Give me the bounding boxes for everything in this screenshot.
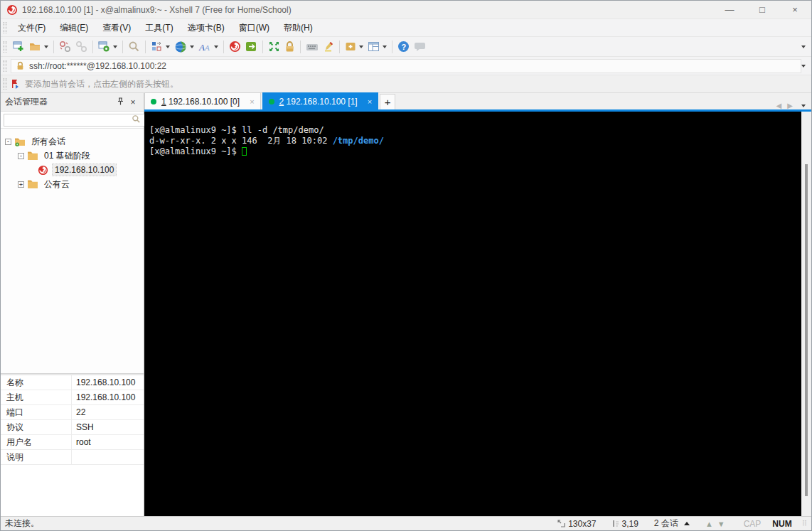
- title-bar: 192.168.10.100 [1] - x@almalinux9:~ - Xs…: [1, 1, 811, 18]
- new-file-transfer-button[interactable]: [343, 40, 365, 53]
- window-layout-button[interactable]: [149, 39, 172, 54]
- prop-row-name: 名称192.168.10.100: [1, 375, 144, 390]
- tab-close-icon[interactable]: ×: [250, 97, 254, 106]
- feedback-icon: [414, 41, 426, 52]
- minimize-button[interactable]: —: [713, 1, 746, 18]
- disconnect-button[interactable]: [57, 39, 73, 54]
- directory-path: /tmp/demo/: [333, 136, 384, 146]
- info-grip[interactable]: [4, 78, 6, 90]
- menu-tab[interactable]: 选项卡(B): [181, 19, 232, 37]
- expand-icon[interactable]: +: [18, 181, 24, 188]
- tab-scroll-left-icon[interactable]: ◀: [776, 102, 782, 109]
- menu-edit[interactable]: 编辑(E): [53, 19, 95, 37]
- compose-pen-button[interactable]: [321, 39, 336, 54]
- menu-grip[interactable]: [4, 22, 6, 33]
- fullscreen-button[interactable]: [266, 39, 282, 54]
- menu-view[interactable]: 查看(V): [95, 19, 138, 37]
- xshell-icon: [229, 41, 241, 53]
- virtual-keyboard-button[interactable]: [304, 41, 321, 53]
- connection-status: 未连接。: [5, 517, 542, 530]
- folder-gear-icon: [14, 136, 26, 146]
- collapse-icon[interactable]: -: [5, 139, 11, 145]
- xshell-window: 192.168.10.100 [1] - x@almalinux9:~ - Xs…: [0, 0, 812, 531]
- search-icon: [132, 114, 141, 126]
- collapse-icon[interactable]: -: [18, 153, 24, 159]
- connected-dot-icon: [269, 99, 274, 104]
- terminal-size-indicator: 130x37: [557, 519, 596, 529]
- font-icon: AA: [198, 41, 211, 53]
- terminal-scrollbar[interactable]: [801, 112, 811, 516]
- session-properties-icon: [98, 41, 110, 53]
- svg-text:A: A: [204, 43, 210, 52]
- lock-screen-button[interactable]: [282, 39, 297, 54]
- new-session-icon: [13, 41, 25, 53]
- window-title: 192.168.10.100 [1] - x@almalinux9:~ - Xs…: [22, 5, 713, 15]
- tree-item-all-sessions[interactable]: - 所有会话: [1, 134, 144, 149]
- menu-help[interactable]: 帮助(H): [277, 19, 320, 37]
- folder-icon: [27, 151, 38, 161]
- address-url: ssh://root:******@192.168.10.100:22: [29, 61, 166, 71]
- reconnect-button[interactable]: [73, 39, 90, 54]
- menu-file[interactable]: 文件(F): [11, 19, 53, 37]
- terminal-cursor: [242, 147, 247, 156]
- cursor-pos-icon: [612, 520, 619, 527]
- toolbar-overflow-caret[interactable]: [801, 45, 806, 48]
- tab-session-2[interactable]: 2 192.168.10.100 [1] ×: [262, 92, 379, 109]
- tab-list-caret[interactable]: [801, 104, 806, 107]
- info-message: 要添加当前会话，点击左侧的箭头按钮。: [25, 78, 178, 90]
- new-transfer-icon: [345, 41, 356, 52]
- font-button[interactable]: AA: [196, 40, 220, 54]
- tile-windows-icon: [368, 41, 380, 52]
- xftp-button[interactable]: [243, 39, 260, 54]
- open-session-button[interactable]: [27, 40, 50, 53]
- xshell-button[interactable]: [227, 39, 243, 54]
- open-folder-icon: [29, 41, 41, 52]
- encoding-button[interactable]: [172, 39, 196, 55]
- reconnect-icon: [75, 41, 87, 53]
- help-button[interactable]: ?: [395, 39, 412, 54]
- encoding-globe-icon: [174, 41, 187, 53]
- session-count[interactable]: 2 会话: [654, 517, 690, 530]
- session-search-input[interactable]: [4, 114, 147, 127]
- scroll-up-arrow-icon[interactable]: ▲: [705, 520, 713, 528]
- tree-item-folder-public-cloud[interactable]: + 公有云: [1, 177, 144, 191]
- find-button[interactable]: [126, 39, 142, 54]
- tab-session-1[interactable]: 1 192.168.10.100 [0] ×: [144, 92, 261, 109]
- tab-scroll-right-icon[interactable]: ▶: [787, 102, 793, 109]
- address-field[interactable]: ssh://root:******@192.168.10.100:22: [11, 59, 801, 73]
- session-properties-button[interactable]: [96, 39, 119, 54]
- maximize-button[interactable]: □: [746, 1, 779, 18]
- session-manager-panel: 会话管理器 × - 所有会话 - 01 基础阶段: [1, 93, 144, 516]
- tab-close-icon[interactable]: ×: [368, 97, 372, 106]
- tree-label: 公有云: [42, 178, 72, 191]
- size-icon: [557, 520, 565, 527]
- address-overflow-caret[interactable]: [801, 65, 806, 68]
- session-list-caret[interactable]: [684, 522, 690, 525]
- pin-icon: [117, 97, 124, 105]
- tree-item-session-192-168-10-100[interactable]: 192.168.10.100: [1, 163, 144, 177]
- tile-windows-button[interactable]: [365, 40, 389, 53]
- close-panel-button[interactable]: ×: [127, 97, 139, 107]
- flag-icon: [11, 79, 21, 89]
- menu-window[interactable]: 窗口(W): [232, 19, 277, 37]
- status-bar: 未连接。 130x37 3,19 2 会话 ▲ ▼ CAP NUM ⠿: [1, 516, 811, 530]
- new-tab-button[interactable]: +: [380, 94, 395, 109]
- scrollbar-thumb[interactable]: [805, 164, 808, 496]
- address-grip[interactable]: [4, 60, 6, 72]
- address-lock-icon: [16, 61, 25, 70]
- feedback-button[interactable]: [412, 40, 428, 53]
- tree-item-folder-01[interactable]: - 01 基础阶段: [1, 149, 144, 163]
- resize-grip[interactable]: ⠿: [802, 520, 807, 527]
- pin-panel-button[interactable]: [114, 97, 127, 107]
- close-button[interactable]: ×: [779, 1, 811, 18]
- toolbar-grip[interactable]: [4, 41, 6, 53]
- fullscreen-icon: [268, 41, 280, 53]
- terminal[interactable]: [x@almalinux9 ~]$ ll -d /tmp/demo/ d-w-r…: [144, 112, 801, 516]
- session-properties-table: 名称192.168.10.100 主机192.168.10.100 端口22 协…: [1, 375, 144, 465]
- terminal-prompt: [x@almalinux9 ~]$: [149, 146, 242, 156]
- menu-tools[interactable]: 工具(T): [138, 19, 180, 37]
- scroll-down-arrow-icon[interactable]: ▼: [717, 520, 725, 528]
- keyboard-icon: [306, 42, 319, 52]
- prop-row-protocol: 协议SSH: [1, 420, 144, 435]
- new-session-button[interactable]: [11, 39, 27, 54]
